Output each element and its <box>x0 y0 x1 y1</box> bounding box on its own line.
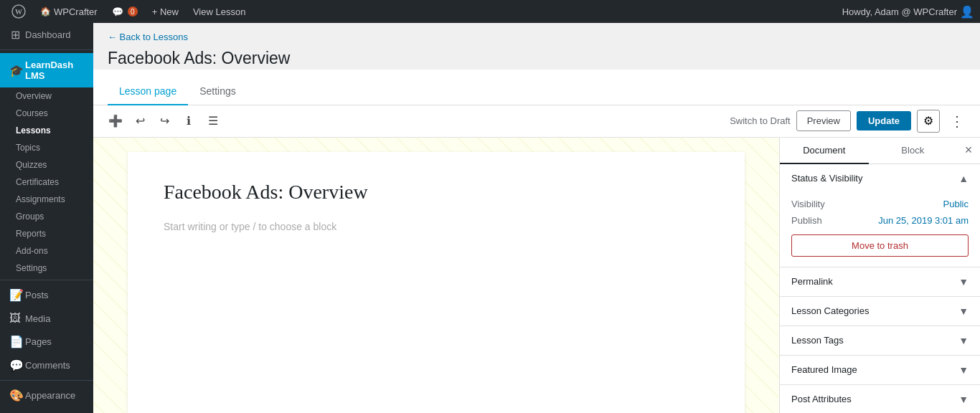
editor-sidebar: Document Block × Statu <box>779 138 980 413</box>
learndash-icon: 🎓 <box>9 64 21 77</box>
sidebar-tab-block[interactable]: Block <box>869 138 958 164</box>
status-visibility-section: Status & Visibility ▲ Visibility Public … <box>780 164 980 267</box>
sidebar-item-groups[interactable]: Groups <box>0 208 93 225</box>
adminbar-avatar: 👤 <box>960 5 974 19</box>
switch-to-draft-button[interactable]: Switch to Draft <box>730 115 791 126</box>
editor-body: Facebook Ads: Overview Start writing or … <box>93 138 980 413</box>
svg-text:W: W <box>15 8 22 16</box>
featured-image-section: Featured Image ▼ <box>780 356 980 385</box>
adminbar-howdy: Howdy, Adam @ WPCrafter <box>842 6 957 17</box>
page-title: Facebook Ads: Overview <box>108 48 966 70</box>
sidebar-item-posts[interactable]: 📝 Posts <box>0 283 93 307</box>
block-list-button[interactable]: ☰ <box>202 110 224 132</box>
posts-icon: 📝 <box>9 288 21 302</box>
sidebar-item-appearance[interactable]: 🎨 Appearance <box>0 384 93 407</box>
admin-bar: W 🏠 WPCrafter 💬 0 + New View Lesson Howd… <box>0 0 980 23</box>
preview-button[interactable]: Preview <box>796 110 851 131</box>
sidebar-item-topics[interactable]: Topics <box>0 139 93 156</box>
tab-settings[interactable]: Settings <box>188 78 248 105</box>
sidebar-item-reports[interactable]: Reports <box>0 225 93 242</box>
comment-count-badge: 0 <box>128 6 138 16</box>
admin-menu: ⊞ Dashboard 🎓 LearnDash LMS Overview Cou… <box>0 23 93 413</box>
status-visibility-chevron-icon: ▲ <box>958 173 969 184</box>
sidebar-item-settings[interactable]: Settings <box>0 260 93 277</box>
sidebar-close-button[interactable]: × <box>957 139 980 162</box>
sidebar-tabs: Document Block × <box>780 138 980 164</box>
editor-placeholder[interactable]: Start writing or type / to choose a bloc… <box>164 221 709 232</box>
page-header: ← Back to Lessons Facebook Ads: Overview <box>93 23 980 70</box>
update-button[interactable]: Update <box>857 111 911 130</box>
featured-image-chevron-icon: ▼ <box>958 364 969 376</box>
status-visibility-header[interactable]: Status & Visibility ▲ <box>780 164 980 193</box>
editor-toolbar: ➕ ↩ ↪ ℹ ☰ Switch to Draft Preview Update <box>93 105 980 138</box>
move-to-trash-button[interactable]: Move to trash <box>791 234 969 257</box>
info-button[interactable]: ℹ <box>178 110 199 132</box>
comment-icon: 💬 <box>112 6 123 17</box>
post-attributes-header[interactable]: Post Attributes ▼ <box>780 385 980 413</box>
back-to-lessons-link[interactable]: ← Back to Lessons <box>108 32 188 42</box>
redo-button[interactable]: ↪ <box>154 110 175 132</box>
sidebar-item-assignments[interactable]: Assignments <box>0 191 93 208</box>
sidebar-item-certificates[interactable]: Certificates <box>0 174 93 191</box>
visibility-value[interactable]: Public <box>943 199 969 209</box>
add-block-button[interactable]: ➕ <box>105 110 126 132</box>
publish-date[interactable]: Jun 25, 2019 3:01 am <box>878 215 969 226</box>
sidebar-item-comments[interactable]: 💬 Comments <box>0 353 93 377</box>
sidebar-item-dashboard[interactable]: ⊞ Dashboard <box>0 23 93 47</box>
lesson-tags-section: Lesson Tags ▼ <box>780 326 980 356</box>
visibility-row: Visibility Public <box>791 199 969 209</box>
adminbar-site-name[interactable]: 🏠 WPCrafter <box>34 0 103 23</box>
sidebar-item-overview[interactable]: Overview <box>0 87 93 105</box>
dashboard-icon: ⊞ <box>9 28 21 42</box>
lesson-tags-header[interactable]: Lesson Tags ▼ <box>780 326 980 355</box>
editor-canvas[interactable]: Facebook Ads: Overview Start writing or … <box>128 152 745 413</box>
sidebar-item-media[interactable]: 🖼 Media <box>0 307 93 330</box>
lesson-categories-header[interactable]: Lesson Categories ▼ <box>780 297 980 326</box>
featured-image-header[interactable]: Featured Image ▼ <box>780 356 980 384</box>
sidebar-item-learndash[interactable]: 🎓 LearnDash LMS <box>0 53 93 87</box>
editor-tabs: Lesson page Settings <box>93 78 980 105</box>
post-attributes-section: Post Attributes ▼ <box>780 385 980 413</box>
adminbar-comments[interactable]: 💬 0 <box>106 0 143 23</box>
sidebar-tab-document[interactable]: Document <box>780 138 869 164</box>
tab-lesson-page[interactable]: Lesson page <box>108 78 188 105</box>
editor-content-title: Facebook Ads: Overview <box>164 181 709 204</box>
visibility-label: Visibility <box>791 199 825 209</box>
settings-gear-button[interactable]: ⚙ <box>917 110 940 133</box>
sidebar-item-courses[interactable]: Courses <box>0 105 93 122</box>
adminbar-wp-logo[interactable]: W <box>6 0 32 23</box>
comments-icon: 💬 <box>9 359 21 372</box>
sidebar-item-pages[interactable]: 📄 Pages <box>0 330 93 353</box>
publish-row: Publish Jun 25, 2019 3:01 am <box>791 215 969 226</box>
permalink-section: Permalink ▼ <box>780 267 980 297</box>
sidebar-item-addons[interactable]: Add-ons <box>0 242 93 260</box>
publish-label: Publish <box>791 215 822 226</box>
sidebar-item-plugins[interactable]: 🔌 Plugins <box>0 407 93 413</box>
status-visibility-content: Visibility Public Publish Jun 25, 2019 3… <box>780 193 980 267</box>
editor-canvas-wrapper[interactable]: Facebook Ads: Overview Start writing or … <box>93 138 779 413</box>
appearance-icon: 🎨 <box>9 389 21 402</box>
more-options-button[interactable]: ⋮ <box>946 110 969 133</box>
editor-wrap: Lesson page Settings ➕ ↩ ↪ ℹ ☰ Switch to <box>93 70 980 413</box>
adminbar-new[interactable]: + New <box>146 0 184 23</box>
editor-wrapper: ➕ ↩ ↪ ℹ ☰ Switch to Draft Preview Update <box>93 105 980 413</box>
main-content: ← Back to Lessons Facebook Ads: Overview… <box>93 23 980 413</box>
permalink-chevron-icon: ▼ <box>958 276 969 288</box>
pages-icon: 📄 <box>9 335 21 348</box>
lesson-categories-section: Lesson Categories ▼ <box>780 297 980 326</box>
sidebar-item-lessons[interactable]: Lessons <box>0 122 93 139</box>
lesson-tags-chevron-icon: ▼ <box>958 335 969 346</box>
undo-button[interactable]: ↩ <box>129 110 151 132</box>
post-attributes-chevron-icon: ▼ <box>958 394 969 405</box>
permalink-header[interactable]: Permalink ▼ <box>780 267 980 296</box>
media-icon: 🖼 <box>9 312 21 325</box>
adminbar-view-lesson[interactable]: View Lesson <box>187 0 251 23</box>
sidebar-item-quizzes[interactable]: Quizzes <box>0 156 93 174</box>
lesson-categories-chevron-icon: ▼ <box>958 305 969 317</box>
